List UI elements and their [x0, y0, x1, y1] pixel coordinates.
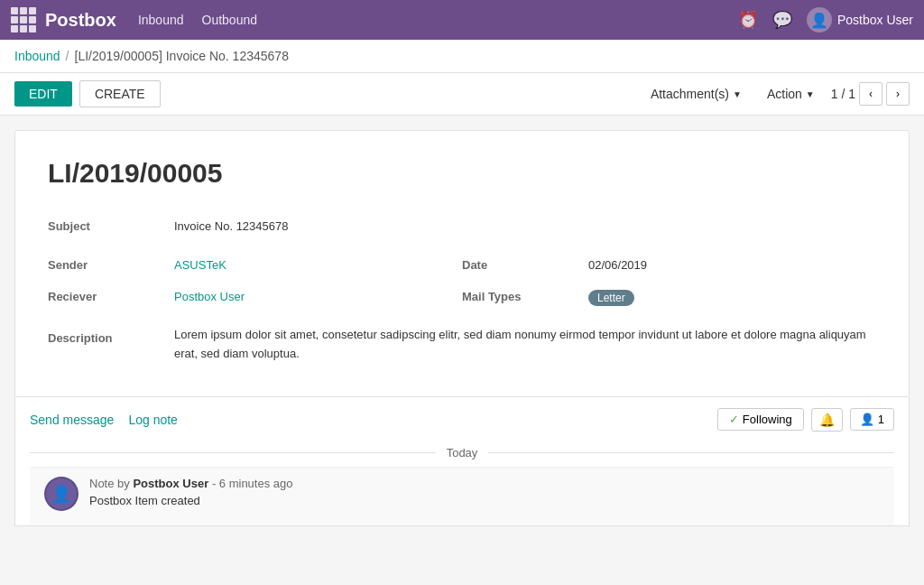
avatar-inner: 👤: [46, 478, 77, 509]
bell-button[interactable]: 🔔: [811, 408, 843, 432]
attachments-dropdown[interactable]: Attachment(s) ▼: [642, 81, 751, 107]
avatar: 👤: [44, 477, 79, 511]
sender-value[interactable]: ASUSTeK: [174, 253, 462, 277]
message-author: Postbox User: [133, 477, 208, 490]
clock-icon[interactable]: ⏰: [738, 10, 758, 30]
message-separator: -: [212, 477, 219, 490]
description-value: Lorem ipsum dolor sit amet, consetetur s…: [174, 326, 876, 364]
mail-types-label: Mail Types: [462, 284, 588, 311]
grid-icon[interactable]: [11, 7, 36, 32]
subject-label: Subject: [48, 214, 174, 238]
sender-date-row: Sender ASUSTeK Date 02/06/2019: [48, 253, 876, 277]
nav-links: Inbound Outbound: [138, 9, 738, 31]
description-row: Description Lorem ipsum dolor sit amet, …: [48, 326, 876, 364]
description-label: Description: [48, 326, 174, 364]
divider-right: [488, 452, 894, 453]
person-icon: 👤: [860, 413, 874, 426]
message-time: 6 minutes ago: [219, 477, 293, 490]
prev-page-button[interactable]: ‹: [859, 82, 882, 106]
breadcrumb-parent[interactable]: Inbound: [14, 49, 60, 63]
toolbar: EDIT CREATE Attachment(s) ▼ Action ▼ 1 /…: [0, 73, 924, 116]
breadcrumb: Inbound / [LI/2019/00005] Invoice No. 12…: [0, 40, 924, 73]
nav-inbound[interactable]: Inbound: [138, 9, 184, 31]
date-label: Date: [462, 253, 588, 277]
user-menu[interactable]: 👤 Postbox User: [807, 7, 913, 32]
navbar-right: ⏰ 💬 👤 Postbox User: [738, 7, 913, 32]
record-card: LI/2019/00005 Subject Invoice No. 123456…: [14, 130, 910, 397]
send-message-button[interactable]: Send message: [30, 409, 114, 431]
subject-value: Invoice No. 12345678: [174, 214, 876, 238]
message-body: Postbox Item created: [89, 494, 880, 507]
subject-row: Subject Invoice No. 12345678: [48, 214, 876, 238]
chatter-actions: Send message Log note ✓ Following 🔔 👤 1: [15, 397, 909, 432]
checkmark-icon: ✓: [729, 413, 739, 426]
message-item: 👤 Note by Postbox User - 6 minutes ago P…: [30, 467, 894, 525]
chatter-section: Send message Log note ✓ Following 🔔 👤 1 …: [14, 397, 910, 526]
bell-icon: 🔔: [819, 413, 835, 427]
action-dropdown[interactable]: Action ▼: [758, 81, 824, 107]
date-value: 02/06/2019: [588, 253, 876, 277]
edit-button[interactable]: EDIT: [14, 81, 72, 107]
breadcrumb-separator: /: [66, 49, 69, 63]
divider-left: [30, 452, 436, 453]
navbar: Postbox Inbound Outbound ⏰ 💬 👤 Postbox U…: [0, 0, 924, 40]
receiver-label: Reciever: [48, 284, 174, 311]
mail-types-value: Letter: [588, 284, 876, 311]
message-header: Note by Postbox User - 6 minutes ago: [89, 477, 880, 490]
following-button[interactable]: ✓ Following: [717, 408, 804, 431]
pagination-text: 1 / 1: [831, 87, 855, 101]
following-label: Following: [743, 413, 792, 426]
chatter-right-actions: ✓ Following 🔔 👤 1: [717, 408, 894, 432]
user-name: Postbox User: [837, 13, 913, 27]
main-content: LI/2019/00005 Subject Invoice No. 123456…: [0, 116, 924, 541]
action-label: Action: [767, 87, 802, 101]
today-label: Today: [447, 446, 478, 460]
receiver-mailtypes-row: Reciever Postbox User Mail Types Letter: [48, 284, 876, 311]
followers-count: 1: [878, 413, 884, 426]
record-number: LI/2019/00005: [48, 158, 876, 189]
nav-outbound[interactable]: Outbound: [202, 9, 258, 31]
message-prefix: Note by: [89, 477, 130, 490]
chat-icon[interactable]: 💬: [772, 10, 792, 30]
today-divider: Today: [15, 432, 909, 467]
action-chevron-icon: ▼: [806, 89, 815, 99]
brand-logo[interactable]: Postbox: [45, 10, 116, 31]
letter-badge: Letter: [588, 290, 634, 306]
attachments-label: Attachment(s): [651, 87, 729, 101]
user-avatar: 👤: [807, 7, 832, 32]
breadcrumb-current: [LI/2019/00005] Invoice No. 12345678: [75, 49, 289, 63]
message-content: Note by Postbox User - 6 minutes ago Pos…: [89, 477, 880, 511]
receiver-value[interactable]: Postbox User: [174, 284, 462, 311]
sender-label: Sender: [48, 253, 174, 277]
create-button[interactable]: CREATE: [79, 80, 161, 107]
followers-button[interactable]: 👤 1: [850, 408, 894, 431]
pagination: 1 / 1 ‹ ›: [831, 82, 910, 106]
next-page-button[interactable]: ›: [886, 82, 910, 106]
log-note-button[interactable]: Log note: [128, 409, 178, 431]
attachments-chevron-icon: ▼: [733, 89, 742, 99]
